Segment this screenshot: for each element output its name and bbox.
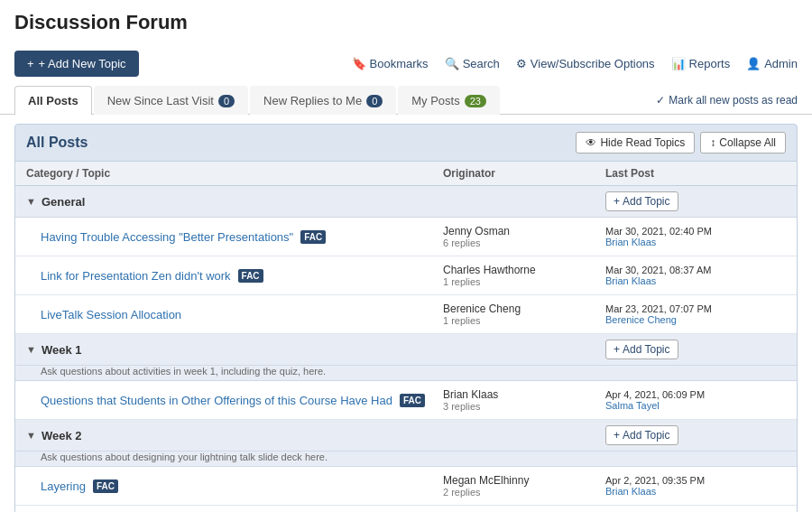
reply-count: 6 replies: [443, 237, 605, 248]
topic-row: Link for Presentation Zen didn't work FA…: [15, 256, 797, 295]
tab-my-posts-badge: 23: [465, 95, 486, 107]
reports-link[interactable]: 📊 Reports: [671, 57, 731, 70]
plus-icon: +: [27, 57, 34, 70]
plus-icon: +: [614, 195, 620, 208]
originator-name: Jenny Osman: [443, 225, 605, 237]
table-header-row: Category / Topic Originator Last Post: [15, 162, 797, 186]
add-topic-week1-button[interactable]: + Add Topic: [605, 340, 678, 359]
all-posts-section: All Posts 👁 Hide Read Topics ↕ Collapse …: [0, 124, 812, 512]
last-post-author: Brian Klaas: [605, 237, 786, 247]
topic-row: Layering FAC Megan McElhinny 2 replies A…: [15, 467, 797, 506]
originator-name: Megan McElhinny: [443, 474, 605, 487]
tab-new-replies-badge: 0: [366, 95, 383, 107]
add-new-topic-button[interactable]: + + Add New Topic: [14, 51, 139, 77]
last-post-author: Brian Klaas: [605, 486, 786, 497]
topic-row: The Lightning Talk slide deck FAC Nael A…: [15, 506, 797, 512]
tab-all-posts[interactable]: All Posts: [14, 86, 92, 115]
all-posts-header: All Posts 👁 Hide Read Topics ↕ Collapse …: [14, 124, 798, 162]
all-posts-title: All Posts: [26, 135, 88, 151]
category-week1: ▼ Week 1 + Add Topic: [15, 334, 797, 366]
col-originator: Originator: [443, 167, 605, 180]
fac-badge: FAC: [93, 479, 118, 493]
search-link[interactable]: 🔍 Search: [445, 57, 500, 70]
collapse-all-button[interactable]: ↕ Collapse All: [700, 132, 786, 154]
search-icon: 🔍: [445, 57, 459, 70]
topic-row: LiveTalk Session Allocation Berenice Che…: [15, 295, 797, 334]
tab-new-since-badge: 0: [218, 95, 235, 107]
reply-count: 2 replies: [443, 487, 605, 498]
topic-row: Questions that Students in Other Offerin…: [15, 381, 797, 420]
topic-link[interactable]: Questions that Students in Other Offerin…: [41, 394, 392, 407]
plus-icon: +: [614, 429, 620, 442]
originator-name: Charles Hawthorne: [443, 264, 605, 276]
fac-badge: FAC: [400, 394, 425, 407]
topic-link[interactable]: Layering: [41, 479, 86, 493]
reply-count: 3 replies: [443, 401, 605, 412]
category-description: Ask questions about designing your light…: [15, 451, 797, 467]
fac-badge: FAC: [300, 230, 326, 244]
last-post-date: Apr 2, 2021, 09:35 PM: [605, 475, 786, 486]
gear-icon: ⚙: [516, 57, 527, 70]
bookmarks-link[interactable]: 🔖 Bookmarks: [352, 57, 429, 70]
tab-new-since[interactable]: New Since Last Visit 0: [94, 86, 248, 115]
topic-row: Having Trouble Accessing "Better Present…: [15, 218, 797, 256]
last-post-date: Mar 30, 2021, 08:37 AM: [605, 265, 786, 275]
collapse-icon: ↕: [710, 136, 715, 149]
eye-off-icon: 👁: [586, 136, 596, 149]
last-post-date: Mar 30, 2021, 02:40 PM: [605, 226, 786, 237]
add-topic-week2-button[interactable]: + Add Topic: [605, 425, 678, 445]
chevron-down-icon[interactable]: ▼: [26, 430, 36, 441]
mark-all-read-link[interactable]: ✓ Mark all new posts as read: [656, 94, 798, 107]
originator-name: Berenice Cheng: [443, 303, 605, 315]
hide-read-topics-button[interactable]: 👁 Hide Read Topics: [576, 132, 695, 154]
originator-name: Brian Klaas: [443, 388, 605, 401]
topic-link[interactable]: LiveTalk Session Allocation: [41, 308, 181, 321]
tabs-container: All Posts New Since Last Visit 0 New Rep…: [14, 86, 502, 114]
last-post-author: Salma Tayel: [605, 400, 786, 411]
last-post-author: Berenice Cheng: [605, 314, 786, 325]
last-post-date: Mar 23, 2021, 07:07 PM: [605, 303, 786, 314]
checkmark-icon: ✓: [656, 94, 665, 107]
admin-link[interactable]: 👤 Admin: [746, 57, 798, 70]
page-title: Discussion Forum: [14, 11, 798, 34]
chevron-down-icon[interactable]: ▼: [26, 344, 36, 355]
col-topic: Category / Topic: [26, 167, 443, 180]
category-general: ▼ General + Add Topic: [15, 186, 797, 218]
reply-count: 1 replies: [443, 276, 605, 287]
fac-badge: FAC: [238, 269, 263, 283]
tab-new-replies[interactable]: New Replies to Me 0: [250, 86, 396, 115]
plus-icon: +: [614, 343, 620, 356]
bookmark-icon: 🔖: [352, 57, 366, 70]
category-week2: ▼ Week 2 + Add Topic: [15, 420, 797, 451]
reply-count: 1 replies: [443, 315, 605, 326]
topics-table: Category / Topic Originator Last Post ▼ …: [14, 162, 798, 512]
chevron-down-icon[interactable]: ▼: [26, 196, 36, 207]
add-topic-general-button[interactable]: + Add Topic: [605, 191, 678, 211]
view-subscribe-link[interactable]: ⚙ View/Subscribe Options: [516, 57, 655, 70]
chart-icon: 📊: [671, 57, 686, 70]
tabs-bar: All Posts New Since Last Visit 0 New Rep…: [0, 86, 812, 115]
category-description: Ask questions about activities in week 1…: [15, 366, 797, 381]
topic-link[interactable]: Link for Presentation Zen didn't work: [41, 269, 231, 283]
last-post-author: Brian Klaas: [605, 275, 786, 286]
col-last-post: Last Post: [605, 167, 786, 180]
tab-my-posts[interactable]: My Posts 23: [398, 86, 500, 115]
last-post-date: Apr 4, 2021, 06:09 PM: [605, 389, 786, 400]
topic-link[interactable]: Having Trouble Accessing "Better Present…: [41, 230, 293, 244]
admin-icon: 👤: [746, 57, 761, 70]
